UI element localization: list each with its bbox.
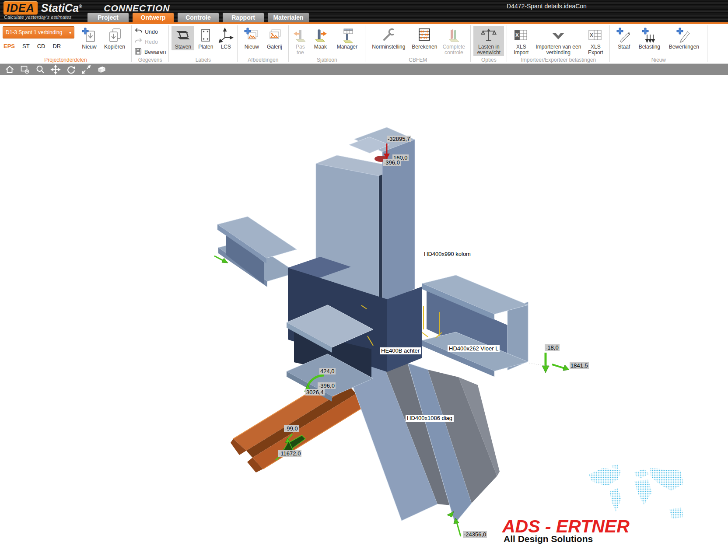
add-member-button[interactable]: Staaf xyxy=(612,26,635,50)
group-afbeeldingen: Nieuw Galerij Afbeeldingen xyxy=(238,24,288,63)
tab-materialen[interactable]: Materialen xyxy=(268,13,309,22)
group-label: Gegevens xyxy=(132,57,168,63)
button-label: Maak xyxy=(314,44,327,50)
load-label: -18,0 xyxy=(545,344,560,351)
button-label: Complete controle xyxy=(441,44,466,56)
button-label: Platen xyxy=(198,44,213,50)
zoom-window-button[interactable] xyxy=(20,64,30,75)
ribbon-separator xyxy=(707,25,707,62)
view-toolbar xyxy=(0,64,728,75)
button-label: Redo xyxy=(145,39,158,45)
lcs-icon xyxy=(217,27,234,44)
import-connection-button[interactable]: Importeren van een verbinding xyxy=(532,26,584,56)
model-member-left-beam[interactable] xyxy=(217,217,297,287)
member-label: HD400x1086 diag xyxy=(406,415,454,422)
registered-mark: ® xyxy=(79,4,82,9)
rotate-button[interactable] xyxy=(66,64,76,75)
button-label: Galerij xyxy=(267,44,282,50)
load-label: 1841,5 xyxy=(570,362,589,369)
xls-import-button[interactable]: X XLS Import xyxy=(510,26,532,56)
save-button[interactable]: Bewaren xyxy=(134,48,166,56)
code-setup-wrench-icon xyxy=(380,27,397,44)
redo-button: Redo xyxy=(134,38,166,46)
tab-rapport[interactable]: Rapport xyxy=(223,13,264,22)
model-member-right-beam[interactable] xyxy=(422,275,528,377)
new-project-item-button[interactable]: Nieuw xyxy=(78,26,101,50)
add-load-button[interactable]: Belasting xyxy=(635,26,663,50)
add-load-icon xyxy=(641,27,658,44)
group-label: Projectonderdelen xyxy=(0,57,131,63)
apply-template-icon xyxy=(292,27,308,44)
create-template-button[interactable]: Maak xyxy=(309,26,332,50)
balance-scale-icon xyxy=(480,27,497,44)
ribbon-tabs: Project Ontwerp Controle Rapport Materia… xyxy=(88,13,309,22)
xls-export-icon: X xyxy=(587,27,604,44)
zoom-button[interactable] xyxy=(35,64,46,75)
undo-icon xyxy=(134,28,143,36)
svg-text:X: X xyxy=(516,32,519,38)
group-label: Importeer/Exporteer belastingen xyxy=(507,57,609,63)
template-manager-button[interactable]: Manager xyxy=(332,26,362,50)
button-label: Manager xyxy=(337,44,357,50)
button-label: Belasting xyxy=(639,44,660,50)
mode-eps[interactable]: EPS xyxy=(4,43,15,49)
button-label: Pas toe xyxy=(293,44,308,56)
copy-project-item-button[interactable]: Kopiëren xyxy=(101,26,129,50)
group-labels: Staven Platen LCS Labels xyxy=(169,24,237,63)
load-label: -99,0 xyxy=(284,425,299,432)
add-operation-button[interactable]: Bewerkingen xyxy=(663,26,704,50)
labels-members-button[interactable]: Staven xyxy=(172,26,194,50)
document-title: D4472-Spant details.ideaCon xyxy=(507,3,587,10)
add-member-icon xyxy=(616,27,632,44)
import-connection-icon xyxy=(550,27,567,44)
undo-button[interactable]: Undo xyxy=(134,28,166,36)
calculate-button[interactable]: Berekenen xyxy=(409,26,440,50)
xls-export-button[interactable]: X XLS Export xyxy=(584,26,607,56)
create-template-icon xyxy=(312,27,329,44)
chevron-down-icon: ▾ xyxy=(69,30,71,35)
tab-ontwerp[interactable]: Ontwerp xyxy=(133,13,174,22)
mode-cd[interactable]: CD xyxy=(37,43,46,49)
add-operation-icon xyxy=(676,27,692,44)
template-manager-icon xyxy=(339,27,355,44)
fit-view-button[interactable] xyxy=(81,64,91,75)
home-view-button[interactable] xyxy=(4,64,15,75)
mode-dr[interactable]: DR xyxy=(52,43,61,49)
labels-plates-button[interactable]: Platen xyxy=(194,26,217,50)
ribbon: D1-3 Spant 1 verbinding ▾ EPS ST CD DR N… xyxy=(0,24,728,64)
tab-project[interactable]: Project xyxy=(88,13,129,22)
model-member-diagonal-brace[interactable] xyxy=(347,355,500,523)
world-map-icon xyxy=(585,465,686,536)
button-label: Undo xyxy=(145,29,158,35)
tab-controle[interactable]: Controle xyxy=(178,13,219,22)
viewport-3d[interactable]: HD400x990 kolom HE400B achter HD400x262 … xyxy=(0,75,728,560)
save-icon xyxy=(134,48,142,56)
gallery-button[interactable]: Galerij xyxy=(263,26,286,50)
button-label: Nieuw xyxy=(82,44,96,50)
group-label: Sjabloon xyxy=(289,57,365,63)
button-label: Norminstelling xyxy=(372,44,405,50)
mode-st[interactable]: ST xyxy=(22,43,30,49)
group-label: Labels xyxy=(169,57,237,63)
apply-template-button: Pas toe xyxy=(291,26,309,56)
button-label: XLS Import xyxy=(511,44,531,56)
code-setup-button[interactable]: Norminstelling xyxy=(368,26,409,50)
member-label: HE400B achter xyxy=(380,347,421,354)
brand-name: StatiCa® xyxy=(41,2,82,14)
svg-text:X: X xyxy=(590,32,594,38)
pan-button[interactable] xyxy=(50,64,61,75)
copy-icon xyxy=(106,27,123,44)
solid-view-button[interactable] xyxy=(96,64,107,75)
member-label: HD400x990 kolom xyxy=(423,251,472,258)
labels-lcs-button[interactable]: LCS xyxy=(217,26,234,50)
loads-in-equilibrium-button[interactable]: Lasten in evenwicht xyxy=(473,26,504,56)
button-label: Importeren van een verbinding xyxy=(534,44,583,56)
button-label: Bewaren xyxy=(144,49,166,55)
load-label: 3026,4 xyxy=(305,389,325,396)
project-item-dropdown[interactable]: D1-3 Spant 1 verbinding ▾ xyxy=(3,26,74,38)
new-picture-button[interactable]: Nieuw xyxy=(240,26,263,50)
load-label: 424,0 xyxy=(319,368,336,374)
group-opties: Lasten in evenwicht Opties xyxy=(471,24,507,63)
group-gegevens: Undo Redo Bewaren Gegevens xyxy=(132,24,168,63)
members-label-icon xyxy=(175,27,191,44)
